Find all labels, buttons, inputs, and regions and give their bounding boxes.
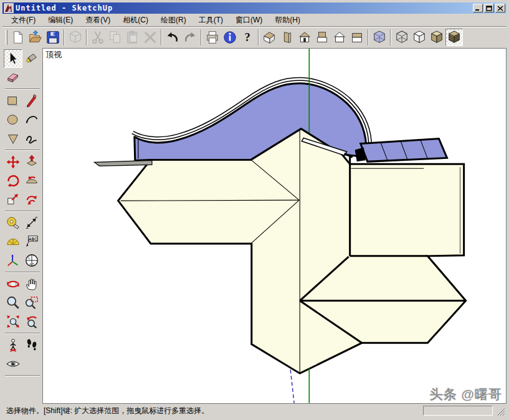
view-front-button[interactable] xyxy=(296,29,313,46)
toolbar-separator xyxy=(201,29,202,45)
view-back-button[interactable] xyxy=(331,29,348,46)
position-camera-button[interactable] xyxy=(4,336,22,355)
style-shaded-button[interactable] xyxy=(428,29,445,46)
circle-icon xyxy=(6,112,21,127)
save-file-button[interactable] xyxy=(44,29,62,46)
window-title: Untitled - SketchUp xyxy=(16,4,473,12)
orbit-icon xyxy=(6,277,21,292)
cut-icon xyxy=(90,30,105,45)
style-wireframe-button[interactable] xyxy=(393,29,411,46)
polygon-icon xyxy=(6,131,21,146)
palette-separator xyxy=(5,88,40,90)
menu-item-0[interactable]: 文件(F) xyxy=(5,14,42,27)
view-right-icon xyxy=(280,30,295,45)
print-icon xyxy=(205,30,220,45)
entity-info-button[interactable] xyxy=(221,29,239,46)
measurements-box[interactable] xyxy=(423,406,493,416)
copy-button[interactable] xyxy=(107,29,124,46)
style-textured-button[interactable] xyxy=(445,29,463,46)
toolbar-grip[interactable] xyxy=(6,30,7,45)
view-iso-button[interactable] xyxy=(261,29,278,46)
line-button[interactable] xyxy=(22,92,41,110)
section-button[interactable]: CA-5 xyxy=(22,251,41,270)
print-button[interactable] xyxy=(204,29,221,46)
style-hidden-line-icon xyxy=(412,30,427,45)
watermark: 头条 @曙哥 xyxy=(430,386,502,403)
style-textured-icon xyxy=(447,30,462,45)
menu-item-2[interactable]: 查看(V) xyxy=(79,14,117,27)
menu-item-5[interactable]: 工具(T) xyxy=(193,14,229,27)
pan-button[interactable] xyxy=(22,275,41,294)
svg-text:C: C xyxy=(28,256,31,260)
erase-icon xyxy=(143,30,158,45)
palette-separator xyxy=(5,272,40,273)
style-hidden-line-button[interactable] xyxy=(411,29,428,46)
polygon-button[interactable] xyxy=(4,129,22,148)
dimension-icon xyxy=(24,216,39,231)
menu-item-1[interactable]: 编辑(E) xyxy=(42,14,79,27)
offset-icon xyxy=(24,192,39,207)
top-toolbar: ? xyxy=(2,26,507,48)
viewport[interactable]: 顶视 头条 @曙哥 xyxy=(42,48,507,404)
resize-grip[interactable] xyxy=(497,408,505,416)
close-button[interactable] xyxy=(495,4,505,12)
view-right-button[interactable] xyxy=(278,29,296,46)
move-icon xyxy=(6,155,21,169)
zoom-button[interactable] xyxy=(4,294,22,312)
tape-measure-icon xyxy=(6,216,21,231)
circle-button[interactable] xyxy=(4,110,22,129)
open-file-button[interactable] xyxy=(27,29,44,46)
maximize-button[interactable] xyxy=(484,4,494,12)
look-around-button[interactable] xyxy=(4,355,22,373)
axes-button[interactable] xyxy=(4,251,22,270)
orbit-button[interactable] xyxy=(4,275,22,294)
make-component-button[interactable] xyxy=(67,29,84,46)
axes-icon xyxy=(6,253,21,268)
text-button[interactable]: ABC xyxy=(22,232,41,251)
zoom-previous-button[interactable] xyxy=(22,312,41,331)
undo-button[interactable] xyxy=(164,29,181,46)
rotate-button[interactable] xyxy=(4,171,22,190)
move-button[interactable] xyxy=(4,153,22,171)
eraser-icon xyxy=(6,70,21,85)
rotate-icon xyxy=(6,173,21,188)
menu-item-4[interactable]: 绘图(R) xyxy=(155,14,193,27)
menu-item-6[interactable]: 窗口(W) xyxy=(229,14,269,27)
zoom-window-button[interactable] xyxy=(22,294,41,312)
minimize-button[interactable] xyxy=(473,4,483,12)
menu-item-3[interactable]: 相机(C) xyxy=(117,14,155,27)
zoom-previous-icon xyxy=(24,314,39,329)
tape-measure-button[interactable] xyxy=(4,214,22,232)
view-left-button[interactable] xyxy=(348,29,366,46)
walk-button[interactable] xyxy=(22,336,41,355)
scale-button[interactable] xyxy=(4,190,22,209)
view-top-button[interactable] xyxy=(313,29,331,46)
protractor-button[interactable] xyxy=(4,232,22,251)
wall-corner-block xyxy=(355,147,366,161)
follow-me-icon xyxy=(24,173,39,188)
eraser-button[interactable] xyxy=(4,68,22,87)
paint-bucket-button[interactable] xyxy=(22,49,41,68)
new-file-button[interactable] xyxy=(9,29,27,46)
arc-button[interactable] xyxy=(22,110,41,129)
rectangle-button[interactable] xyxy=(4,92,22,110)
erase-button[interactable] xyxy=(141,29,159,46)
zoom-extents-button[interactable] xyxy=(4,312,22,331)
menu-bar: 文件(F)编辑(E)查看(V)相机(C)绘图(R)工具(T)窗口(W)帮助(H) xyxy=(2,14,507,26)
push-pull-button[interactable] xyxy=(22,153,41,171)
help-button[interactable]: ? xyxy=(239,29,256,46)
minimize-icon xyxy=(475,6,481,11)
paste-button[interactable] xyxy=(124,29,141,46)
dimension-button[interactable] xyxy=(22,214,41,232)
select-button[interactable] xyxy=(4,49,22,68)
save-file-icon xyxy=(45,30,60,45)
follow-me-button[interactable] xyxy=(22,171,41,190)
cut-button[interactable] xyxy=(89,29,107,46)
offset-button[interactable] xyxy=(22,190,41,209)
freehand-icon xyxy=(24,131,39,146)
freehand-button[interactable] xyxy=(22,129,41,148)
style-xray-button[interactable] xyxy=(371,29,388,46)
redo-button[interactable] xyxy=(181,29,199,46)
menu-item-7[interactable]: 帮助(H) xyxy=(269,14,307,27)
position-camera-icon xyxy=(6,338,21,353)
